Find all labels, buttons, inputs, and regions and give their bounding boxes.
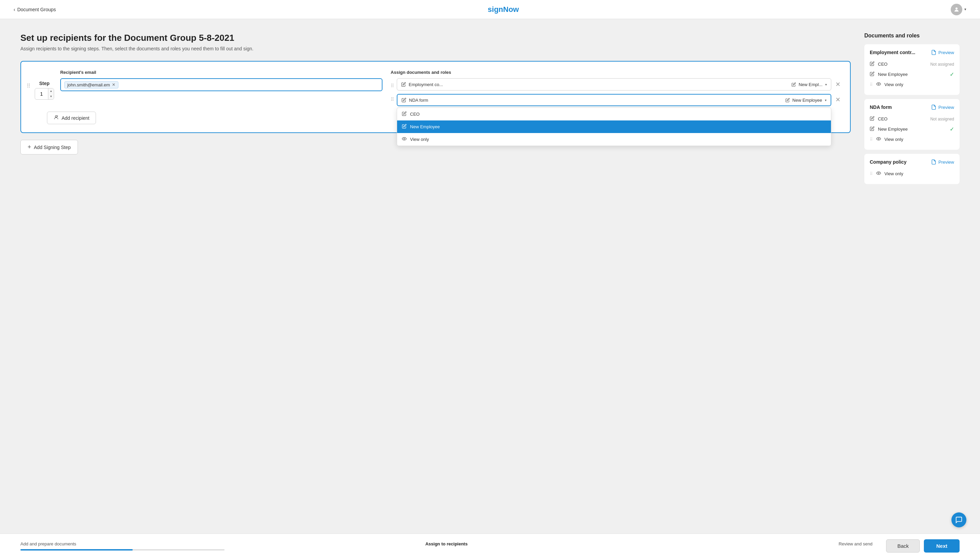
- svg-point-6: [878, 138, 879, 140]
- avatar: [951, 4, 962, 15]
- chat-bubble[interactable]: [951, 512, 966, 527]
- employment-ceo-label: CEO: [878, 62, 927, 67]
- policy-view-only-drag[interactable]: ⠿: [870, 171, 873, 176]
- employment-role-name: New Empl...: [799, 82, 822, 87]
- svg-point-1: [404, 138, 405, 140]
- nda-role-view-only: ⠿ View only: [870, 135, 954, 144]
- doc-group-header-nda: NDA form Preview: [870, 105, 954, 110]
- doc-group-header-policy: Company policy Preview: [870, 159, 954, 165]
- nda-view-only-label: View only: [885, 137, 954, 142]
- add-signing-step-icon: +: [28, 144, 31, 151]
- view-only-drag[interactable]: ⠿: [870, 82, 873, 87]
- step-number-input[interactable]: 1: [35, 91, 48, 97]
- step-number-control[interactable]: 1 ▲ ▼: [35, 88, 54, 100]
- nda-chevron: ▾: [825, 98, 827, 102]
- row2-drag-handle[interactable]: ⠿: [391, 94, 394, 102]
- role-edit-icon: [791, 82, 796, 87]
- employment-group-name: Employment contr...: [870, 50, 915, 55]
- nda-view-only-drag[interactable]: ⠿: [870, 137, 873, 142]
- employment-preview-button[interactable]: Preview: [931, 50, 954, 55]
- svg-point-2: [55, 116, 57, 117]
- app-logo: signNow: [488, 5, 519, 14]
- new-employee-icon: [402, 124, 407, 130]
- nda-preview-label: Preview: [939, 105, 954, 110]
- step-up-arrow[interactable]: ▲: [48, 89, 54, 94]
- step-down-arrow[interactable]: ▼: [48, 94, 54, 99]
- policy-preview-button[interactable]: Preview: [931, 159, 954, 165]
- page-title: Set up recipients for the Document Group…: [20, 33, 851, 43]
- doc-group-company-policy: Company policy Preview ⠿ View only: [864, 154, 960, 184]
- policy-view-only-eye-icon: [876, 171, 881, 177]
- employment-role-view-only: ⠿ View only: [870, 80, 954, 89]
- header: ‹ Document Groups signNow ▾: [0, 0, 980, 19]
- nda-preview-button[interactable]: Preview: [931, 105, 954, 110]
- footer: Add and prepare documents Assign to reci…: [0, 533, 980, 558]
- add-recipient-button[interactable]: Add recipient: [47, 112, 96, 124]
- employment-view-only-label: View only: [885, 82, 954, 87]
- assign-rows: ⠿ Employment co...: [391, 78, 842, 106]
- doc-group-header-employment: Employment contr... Preview: [870, 50, 954, 55]
- ceo-icon: [402, 111, 407, 117]
- dropdown-item-ceo[interactable]: CEO: [397, 108, 831, 120]
- step-label: Step: [39, 79, 49, 86]
- nda-ceo-edit-icon: [870, 116, 875, 122]
- assign-row-2-wrapper: ⠿ NDA form: [391, 94, 842, 106]
- back-button[interactable]: Back: [886, 539, 920, 553]
- back-to-document-groups[interactable]: ‹ Document Groups: [14, 7, 56, 12]
- remove-row2-btn[interactable]: ✕: [834, 94, 842, 104]
- right-panel: Documents and roles Employment contr... …: [864, 33, 960, 517]
- chevron-down-icon: ▾: [964, 7, 966, 11]
- progress-section: Add and prepare documents Assign to reci…: [20, 541, 872, 550]
- recipient-section: Recipient's email john.smith@email.em ✕: [60, 70, 382, 91]
- recipient-email-label: Recipient's email: [60, 70, 382, 75]
- policy-preview-label: Preview: [939, 159, 954, 165]
- employment-role-ceo: CEO Not assigned: [870, 59, 954, 69]
- nda-role-new-employee: New Employee ✓: [870, 124, 954, 135]
- add-signing-step-label: Add Signing Step: [34, 144, 71, 150]
- user-menu[interactable]: ▾: [951, 4, 966, 15]
- next-button[interactable]: Next: [924, 539, 960, 553]
- step-add-prepare: Add and prepare documents: [20, 541, 305, 547]
- remove-row1-btn[interactable]: ✕: [834, 80, 842, 89]
- nda-new-employee-label: New Employee: [878, 126, 946, 132]
- email-input-container[interactable]: john.smith@email.em ✕: [60, 78, 382, 91]
- nda-view-only-eye-icon: [876, 136, 881, 142]
- nda-role-ceo: CEO Not assigned: [870, 114, 954, 124]
- doc-group-employment: Employment contr... Preview CEO Not assi…: [864, 44, 960, 95]
- nda-doc-select[interactable]: NDA form New Employee ▾: [397, 94, 831, 106]
- email-tag-close[interactable]: ✕: [112, 82, 115, 87]
- email-tag: john.smith@email.em ✕: [64, 81, 118, 89]
- employment-doc-select[interactable]: Employment co... New Empl... ▾: [397, 78, 831, 90]
- svg-point-0: [955, 8, 957, 10]
- dropdown-item-new-employee[interactable]: New Employee: [397, 120, 831, 133]
- policy-group-name: Company policy: [870, 159, 906, 165]
- nda-role-icon: [785, 98, 790, 102]
- email-value: john.smith@email.em: [67, 82, 110, 87]
- svg-point-5: [878, 84, 879, 85]
- dropdown-item-view-only[interactable]: View only: [397, 133, 831, 146]
- dropdown-new-employee-label: New Employee: [410, 124, 440, 129]
- nda-new-employee-edit-icon: [870, 126, 875, 132]
- signing-step-card: ⠿ Step 1 ▲ ▼ Recipient: [20, 61, 851, 133]
- add-recipient-icon: [53, 115, 59, 121]
- progress-bar-track: [20, 549, 225, 550]
- assign-label: Assign documents and roles: [391, 70, 842, 75]
- doc-edit-icon: [401, 82, 406, 87]
- content-area: Set up recipients for the Document Group…: [20, 33, 851, 517]
- nda-new-employee-status: ✓: [950, 126, 954, 132]
- dropdown-ceo-label: CEO: [410, 112, 420, 117]
- footer-buttons: Back Next: [886, 539, 960, 553]
- progress-steps: Add and prepare documents Assign to reci…: [20, 541, 872, 547]
- row1-drag-handle[interactable]: ⠿: [391, 80, 394, 89]
- view-only-icon: [402, 136, 407, 142]
- step-arrows: ▲ ▼: [48, 89, 54, 99]
- back-arrow-icon: ‹: [14, 7, 15, 12]
- view-only-eye-icon: [876, 82, 881, 87]
- employment-chevron: ▾: [825, 83, 827, 87]
- add-signing-step-button[interactable]: + Add Signing Step: [20, 140, 78, 154]
- svg-point-7: [878, 172, 879, 174]
- employment-doc-name: Employment co...: [409, 82, 443, 87]
- nda-doc-icon: [402, 98, 406, 102]
- main-content: Set up recipients for the Document Group…: [0, 19, 980, 558]
- step-drag-handle[interactable]: ⠿: [26, 80, 31, 89]
